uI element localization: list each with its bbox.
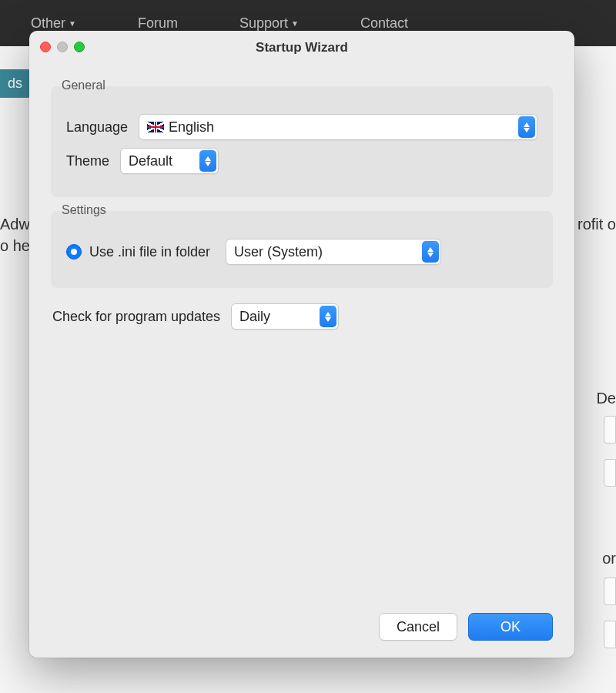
nav-contact[interactable]: Contact xyxy=(360,15,408,32)
nav-forum[interactable]: Forum xyxy=(138,15,178,32)
general-group: General Language English Theme Default xyxy=(51,86,553,197)
settings-legend: Settings xyxy=(59,203,109,217)
updates-label: Check for program updates xyxy=(52,309,220,325)
window-controls xyxy=(40,42,85,52)
language-label: Language xyxy=(66,119,128,136)
settings-group: Settings Use .ini file in folder User (S… xyxy=(51,211,553,288)
startup-wizard-dialog: Startup Wizard General Language English … xyxy=(29,31,574,658)
nav-other[interactable]: Other ▼ xyxy=(31,15,76,32)
dialog-body: General Language English Theme Default xyxy=(29,65,574,613)
ok-button[interactable]: OK xyxy=(468,613,553,641)
updates-row: Check for program updates Daily xyxy=(51,288,553,330)
titlebar: Startup Wizard xyxy=(29,31,574,65)
language-select[interactable]: English xyxy=(139,114,537,140)
select-stepper-icon xyxy=(320,306,336,327)
close-window-button[interactable] xyxy=(40,42,51,52)
ini-row: Use .ini file in folder User (System) xyxy=(66,239,537,265)
background-text: or xyxy=(602,550,616,567)
use-ini-radio[interactable] xyxy=(66,244,82,259)
uk-flag-icon xyxy=(147,122,164,132)
background-input-stub xyxy=(604,416,616,444)
background-text: Adw xyxy=(0,216,30,233)
cancel-button[interactable]: Cancel xyxy=(379,613,457,641)
dialog-title: Startup Wizard xyxy=(29,40,574,55)
background-input-stub xyxy=(604,459,616,487)
theme-value: Default xyxy=(129,153,172,169)
nav-support[interactable]: Support ▼ xyxy=(239,15,299,32)
general-legend: General xyxy=(59,79,109,92)
chevron-down-icon: ▼ xyxy=(69,19,76,28)
ini-location-value: User (System) xyxy=(234,244,323,260)
chevron-down-icon: ▼ xyxy=(291,19,299,28)
select-stepper-icon xyxy=(422,241,439,263)
background-input-stub xyxy=(604,578,616,605)
updates-value: Daily xyxy=(239,309,270,325)
language-value: English xyxy=(169,119,214,136)
radio-checked-icon xyxy=(71,249,77,255)
background-text: o he xyxy=(0,237,30,255)
dialog-footer: Cancel OK xyxy=(29,613,574,658)
updates-select[interactable]: Daily xyxy=(231,303,339,330)
minimize-window-button[interactable] xyxy=(57,42,68,52)
background-text: rofit o xyxy=(578,216,616,233)
use-ini-label: Use .ini file in folder xyxy=(89,244,210,260)
select-stepper-icon xyxy=(199,150,216,172)
theme-row: Theme Default xyxy=(66,148,537,174)
background-text: De xyxy=(596,390,616,407)
theme-select[interactable]: Default xyxy=(120,148,219,174)
maximize-window-button[interactable] xyxy=(74,42,85,52)
language-row: Language English xyxy=(66,114,537,140)
theme-label: Theme xyxy=(66,153,109,169)
ini-location-select[interactable]: User (System) xyxy=(226,239,441,265)
background-input-stub xyxy=(604,621,616,648)
background-tag: ds xyxy=(0,69,30,98)
select-stepper-icon xyxy=(518,116,535,138)
